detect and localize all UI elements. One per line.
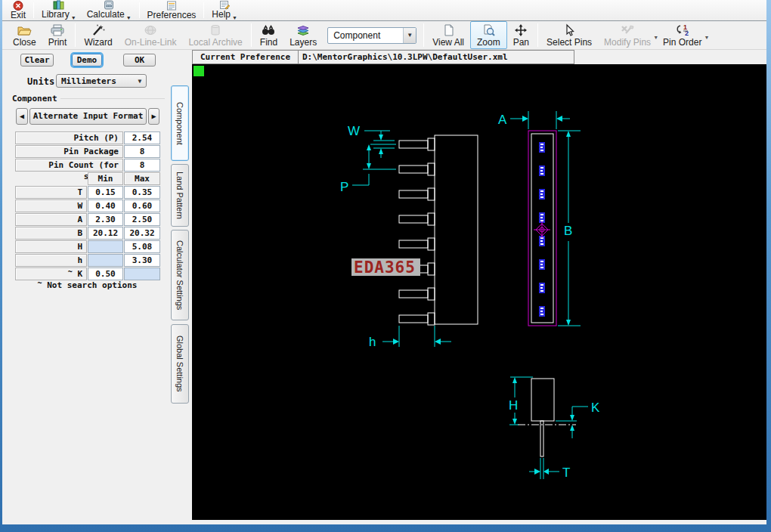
tab-global-settings[interactable]: Global Settings (171, 324, 189, 404)
param-h-lower-max[interactable]: 3.30 (124, 254, 160, 267)
param-w-max[interactable]: 0.60 (124, 200, 160, 212)
max-column-header: Max (124, 172, 160, 185)
printer-icon (50, 23, 65, 37)
param-value-pin-package[interactable]: 8 (124, 145, 160, 158)
menu-preferences-label: Preferences (147, 11, 197, 20)
toolbar-separator (537, 23, 538, 47)
table-spacer (15, 172, 87, 185)
folder-icon (17, 23, 32, 37)
toolbar-separator (251, 23, 252, 47)
database-icon (208, 23, 223, 37)
param-k-min[interactable]: 0.50 (88, 268, 123, 280)
toolbar: Close Print Wizard On-Line-Link Local A (2, 21, 766, 50)
preference-bar: Current Preference D:\MentorGraphics\10.… (192, 50, 766, 64)
prev-format-button[interactable]: ◀ (16, 108, 28, 125)
chevron-down-icon: ▼ (232, 15, 237, 20)
eda365-watermark: EDA365 (351, 258, 420, 277)
next-format-button[interactable]: ▶ (148, 108, 159, 125)
param-label-pin-count: Pin Count (for search) (15, 159, 123, 172)
param-b-max[interactable]: 20.32 (124, 227, 160, 240)
chevron-down-icon[interactable]: ▼ (403, 28, 416, 43)
tab-component[interactable]: Component (171, 85, 189, 161)
param-label-t: T (15, 186, 87, 199)
side-view-figure: W P (340, 124, 478, 349)
menu-exit-label: Exit (11, 11, 26, 20)
units-dropdown-value: Millimeters (57, 76, 134, 86)
window-frame: Exit Library▼ Calculate▼ Preferences (0, 0, 771, 532)
param-b-min[interactable]: 20.12 (88, 227, 123, 240)
param-a-min[interactable]: 2.30 (88, 213, 123, 226)
select-pins-button[interactable]: Select Pins (540, 21, 598, 49)
current-preference-path: D:\MentorGraphics\10.3LPW\DefaultUser.xm… (299, 50, 574, 64)
param-value-pin-count[interactable]: 8 (124, 159, 160, 172)
param-t-max[interactable]: 0.35 (124, 186, 160, 199)
param-label-w: W (15, 200, 87, 212)
origin-crosshair (534, 221, 550, 238)
menu-help[interactable]: Help▼ (206, 0, 243, 20)
zoom-button[interactable]: Zoom (470, 21, 507, 49)
menu-calculate[interactable]: Calculate▼ (82, 0, 137, 20)
param-k-max[interactable] (124, 268, 160, 280)
units-label: Units (27, 76, 54, 87)
dim-label-p: P (340, 180, 348, 194)
menu-preferences[interactable]: Preferences (142, 0, 202, 20)
magic-wand-icon (91, 23, 106, 37)
dimension-t: T (529, 458, 570, 480)
param-t-min[interactable]: 0.15 (88, 186, 123, 199)
exit-icon (13, 1, 23, 11)
param-h-lower-min[interactable] (88, 254, 123, 267)
ok-button[interactable]: OK (123, 54, 156, 66)
tab-land-pattern[interactable]: Land Pattern (171, 164, 189, 227)
find-button[interactable]: Find (254, 21, 283, 49)
param-label-a: A (15, 213, 87, 226)
units-dropdown[interactable]: Millimeters ▼ (56, 74, 147, 88)
canvas-origin-marker (194, 66, 204, 76)
menu-help-label: Help▼ (212, 10, 237, 20)
menu-separator (139, 2, 140, 18)
layers-button[interactable]: Layers (283, 21, 323, 49)
param-value-pitch[interactable]: 2.54 (124, 131, 160, 144)
param-label-k: ~ K (15, 268, 87, 280)
param-h-upper-max[interactable]: 5.08 (124, 240, 160, 253)
menu-library[interactable]: Library▼ (36, 0, 82, 20)
param-w-min[interactable]: 0.40 (88, 200, 123, 212)
pin-order-icon: 12 (674, 23, 691, 37)
parameter-panel: Clear Demo OK Units Millimeters ▼ Compon… (2, 50, 168, 524)
canvas-area: Current Preference D:\MentorGraphics\10.… (192, 50, 766, 524)
dimension-b: B (558, 131, 581, 326)
param-a-max[interactable]: 2.50 (124, 213, 160, 226)
param-label-pin-package: Pin Package (15, 145, 123, 158)
chevron-down-icon: ▼ (134, 78, 146, 85)
wizard-button[interactable]: Wizard (78, 21, 118, 49)
alternate-input-format-button[interactable]: Alternate Input Format (29, 108, 147, 125)
tab-calculator-settings[interactable]: Calculator Settings (171, 230, 189, 320)
view-all-button[interactable]: View All (426, 21, 470, 49)
dim-label-t: T (562, 466, 570, 480)
close-button[interactable]: Close (7, 21, 42, 49)
clear-button[interactable]: Clear (20, 54, 54, 66)
demo-button[interactable]: Demo (72, 54, 102, 66)
dim-label-a: A (498, 113, 507, 127)
dimension-k: K (556, 401, 600, 438)
mode-combobox[interactable]: Component ▼ (327, 27, 416, 44)
dimension-h-upper: H (509, 377, 533, 425)
modify-pins-button: Modify Pins ▼ (598, 21, 657, 49)
drawing-canvas[interactable]: W P (192, 64, 766, 520)
online-link-button: On-Line-Link (119, 21, 183, 49)
menu-separator (203, 2, 204, 18)
settings-tabstrip: Component Land Pattern Calculator Settin… (168, 50, 192, 524)
menu-bar: Exit Library▼ Calculate▼ Preferences (2, 0, 766, 21)
pan-arrows-icon (514, 23, 528, 37)
component-drawing: W P (192, 64, 766, 520)
menu-separator (33, 2, 34, 18)
menu-exit[interactable]: Exit (5, 0, 31, 20)
param-label-pitch: Pitch (P) (15, 131, 123, 144)
pin-detail-figure: H K (509, 377, 600, 480)
print-button[interactable]: Print (42, 21, 73, 49)
param-h-upper-min[interactable] (88, 240, 123, 253)
toolbar-separator (75, 23, 76, 47)
pin-order-button[interactable]: 12 Pin Order ▼ (657, 21, 708, 49)
chevron-down-icon: ▼ (71, 15, 76, 20)
pan-button[interactable]: Pan (507, 21, 535, 49)
layers-icon (295, 23, 311, 37)
